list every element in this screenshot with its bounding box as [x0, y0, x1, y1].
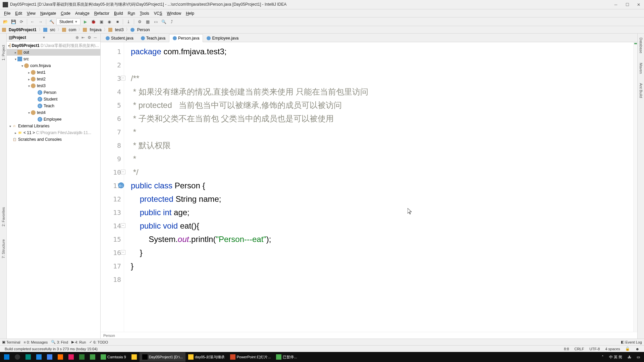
- taskbar-app[interactable]: [87, 352, 98, 362]
- target-icon[interactable]: ⊕: [74, 35, 80, 41]
- taskbar-app[interactable]: [34, 352, 44, 362]
- breadcrumb-item[interactable]: Day05Project1: [7, 27, 38, 32]
- maximize-button[interactable]: ☐: [625, 2, 630, 7]
- tree-student[interactable]: C Student: [7, 96, 100, 103]
- tab-database[interactable]: Database: [639, 36, 643, 55]
- tab-maven[interactable]: Maven: [639, 61, 643, 75]
- tool3-icon[interactable]: ▭: [152, 18, 159, 25]
- tray-up-icon[interactable]: ˄: [599, 352, 606, 362]
- tree-root[interactable]: ▾ Day05Project1 D:\Java零基础到项目系统架构\...: [7, 42, 100, 49]
- taskbar-idea[interactable]: Day05Project1 [D:\...: [140, 352, 186, 362]
- tool-todo[interactable]: ✓ 6: TODO: [89, 340, 108, 344]
- tool1-icon[interactable]: ⚙: [136, 18, 143, 25]
- tree-test3[interactable]: ▾ test3: [7, 82, 100, 89]
- run-config-dropdown[interactable]: Student ▼: [56, 18, 80, 25]
- status-pos[interactable]: 8:8: [561, 347, 572, 351]
- tree-src[interactable]: ▾ src: [7, 56, 100, 62]
- tool-terminal[interactable]: ▣ Terminal: [2, 340, 20, 344]
- forward-icon[interactable]: →: [37, 18, 44, 25]
- breadcrumb-item[interactable]: Person: [136, 27, 151, 32]
- save-icon[interactable]: 💾: [10, 18, 17, 25]
- taskbar-paused[interactable]: 已暂停...: [273, 352, 300, 362]
- code-content[interactable]: package com.fmjava.test3; /** * 如果没有继承的情…: [124, 42, 633, 332]
- cortana-button[interactable]: [12, 352, 23, 362]
- tool-find[interactable]: 🔍 3: Find: [51, 340, 68, 344]
- menu-analyze[interactable]: Analyze: [73, 10, 92, 16]
- open-icon[interactable]: 📂: [2, 18, 9, 25]
- tray-network-icon[interactable]: 🖧: [625, 352, 634, 362]
- tray-ime[interactable]: 中 英 简: [606, 352, 625, 362]
- tree-scratches[interactable]: 📋 Scratches and Consoles: [7, 136, 100, 143]
- tree-teach[interactable]: C Teach: [7, 103, 100, 109]
- menu-navigate[interactable]: Navigate: [38, 10, 58, 16]
- tree-jdk[interactable]: ▸📁 < 11 > C:\Program Files\Java\jdk-11..…: [7, 129, 100, 136]
- breadcrumb-item[interactable]: fmjava: [88, 27, 103, 32]
- start-button[interactable]: [1, 352, 12, 362]
- taskbar-explorer[interactable]: day05-封装与继承: [185, 352, 227, 362]
- profile-icon[interactable]: ◉: [106, 18, 113, 25]
- status-lock[interactable]: 🔓: [623, 347, 633, 351]
- minimize-button[interactable]: ─: [613, 2, 619, 7]
- tab-person[interactable]: Person.java: [169, 34, 203, 42]
- tree-package[interactable]: ▾ com.fmjava: [7, 62, 100, 69]
- tool-messages[interactable]: ≡ 0: Messages: [24, 340, 48, 344]
- breadcrumb-item[interactable]: com: [67, 27, 78, 32]
- fold-icon[interactable]: −: [121, 76, 125, 80]
- taskbar-ppt[interactable]: PowerPoint 幻灯片...: [227, 352, 273, 362]
- project-tree[interactable]: ▾ Day05Project1 D:\Java零基础到项目系统架构\... ▸ …: [7, 42, 100, 339]
- tab-structure[interactable]: 7: Structure: [1, 238, 5, 260]
- menu-refactor[interactable]: Refactor: [92, 10, 111, 16]
- menu-code[interactable]: Code: [59, 10, 72, 16]
- taskbar-app[interactable]: [23, 352, 34, 362]
- status-enc[interactable]: UTF-8: [587, 347, 602, 351]
- gear-icon[interactable]: ⚙: [86, 35, 92, 41]
- tool4-icon[interactable]: ⤴: [168, 18, 175, 25]
- tree-test4[interactable]: ▾ test4: [7, 109, 100, 116]
- tab-favorites[interactable]: 2: Favorites: [1, 206, 5, 228]
- coverage-icon[interactable]: ▣: [98, 18, 105, 25]
- editor-body[interactable]: 12 3− 456789 10− 11o↓ 1213 14− 15 16− 17…: [101, 42, 637, 332]
- menu-edit[interactable]: Edit: [13, 10, 24, 16]
- tree-test2[interactable]: ▸ test2: [7, 76, 100, 82]
- error-stripe[interactable]: [633, 42, 637, 332]
- taskbar-app[interactable]: [44, 352, 55, 362]
- tab-student[interactable]: Student.java: [102, 34, 137, 42]
- breadcrumb-item[interactable]: test3: [114, 27, 125, 32]
- override-icon[interactable]: o↓: [118, 182, 124, 188]
- taskbar-app[interactable]: [66, 352, 76, 362]
- tab-teach[interactable]: Teach.java: [137, 34, 169, 42]
- taskbar-app[interactable]: [129, 352, 140, 362]
- menu-window[interactable]: Window: [165, 10, 183, 16]
- tree-person[interactable]: C Person: [7, 89, 100, 96]
- close-button[interactable]: ✕: [636, 2, 641, 7]
- menu-file[interactable]: File: [2, 10, 12, 16]
- hide-icon[interactable]: ─: [92, 35, 98, 41]
- tree-test1[interactable]: ▸ test1: [7, 69, 100, 76]
- tool-eventlog[interactable]: ◧ Event Log: [621, 340, 642, 344]
- tool2-icon[interactable]: ▦: [144, 18, 151, 25]
- taskbar-app[interactable]: [76, 352, 87, 362]
- search-icon[interactable]: 🔍: [160, 18, 167, 25]
- status-indent[interactable]: 4 spaces: [602, 347, 623, 351]
- menu-vcs[interactable]: VCS: [152, 10, 164, 16]
- menu-run[interactable]: Run: [126, 10, 137, 16]
- status-sep[interactable]: CRLF: [572, 347, 587, 351]
- tab-project[interactable]: 1: Project: [1, 44, 5, 62]
- fold-icon[interactable]: −: [121, 250, 125, 255]
- taskbar-camtasia[interactable]: Camtasia 9: [98, 352, 129, 362]
- tree-out[interactable]: ▸ out: [7, 49, 100, 56]
- tree-external[interactable]: ▾⫙ External Libraries: [7, 123, 100, 129]
- run-button[interactable]: ▶: [82, 18, 89, 25]
- chevron-down-icon[interactable]: ▼: [43, 36, 46, 39]
- status-hector[interactable]: ☻: [633, 347, 642, 351]
- tab-employee[interactable]: Employee.java: [203, 34, 242, 42]
- editor-breadcrumb[interactable]: Person: [101, 332, 637, 339]
- collapse-icon[interactable]: ⇤: [80, 35, 86, 41]
- tab-ant[interactable]: Ant Build: [639, 82, 643, 99]
- tray-notifications-icon[interactable]: ▭: [634, 352, 643, 362]
- refresh-icon[interactable]: ⟳: [18, 18, 25, 25]
- taskbar-app[interactable]: [55, 352, 66, 362]
- build-icon[interactable]: 🔨: [48, 18, 55, 25]
- menu-help[interactable]: Help: [184, 10, 196, 16]
- menu-tools[interactable]: Tools: [138, 10, 151, 16]
